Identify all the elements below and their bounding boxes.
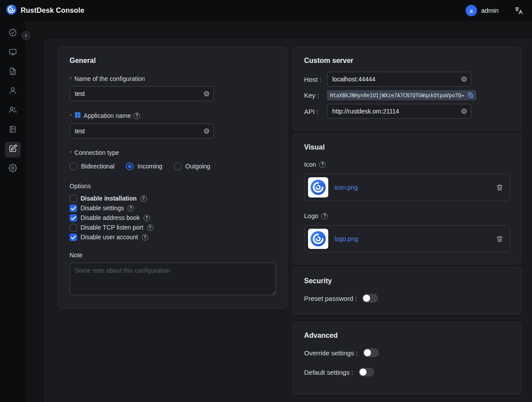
option-disable-tcp-listen-port[interactable]: Disable TCP listen port <box>70 224 276 231</box>
radio-bidirectional[interactable]: Bidirectional <box>70 162 114 170</box>
radio-button[interactable] <box>174 162 182 170</box>
checkbox[interactable] <box>70 195 77 202</box>
help-icon[interactable] <box>319 161 326 168</box>
radio-outgoing[interactable]: Outgoing <box>174 162 210 170</box>
host-field <box>327 72 471 87</box>
audit-log-icon <box>8 125 17 135</box>
advanced-card: Advanced Override settings : Default set… <box>293 322 521 395</box>
security-card-title: Security <box>304 277 510 285</box>
trash-icon[interactable] <box>496 184 503 191</box>
sidebar-item-users[interactable] <box>5 84 21 99</box>
app-title: RustDesk Console <box>21 7 84 15</box>
help-icon[interactable] <box>143 215 150 221</box>
api-label: API : <box>304 108 327 115</box>
option-label: Disable address book <box>81 214 140 222</box>
sidebar <box>0 21 26 402</box>
default-settings-toggle[interactable] <box>359 368 374 376</box>
circle-check-icon <box>8 28 17 39</box>
app-name-field <box>70 124 214 139</box>
config-name-field <box>70 86 214 101</box>
sidebar-item-custom-client[interactable] <box>5 142 21 157</box>
copy-icon[interactable] <box>467 91 474 99</box>
host-input[interactable] <box>327 72 471 87</box>
sidebar-item-audit-log[interactable] <box>5 122 21 138</box>
logo-thumbnail <box>308 229 328 249</box>
option-disable-user-account[interactable]: Disable user account <box>70 234 276 241</box>
clear-circle-icon[interactable] <box>203 91 210 97</box>
default-settings-label: Default settings : <box>304 369 353 376</box>
preset-password-toggle[interactable] <box>362 294 378 303</box>
windows-icon <box>74 112 81 120</box>
clear-circle-icon[interactable] <box>461 108 467 115</box>
general-card: General * Name of the configuration * <box>58 47 287 309</box>
option-disable-settings[interactable]: Disable settings <box>70 205 276 212</box>
translate-icon[interactable] <box>514 6 523 15</box>
required-asterisk: * <box>70 76 72 82</box>
settings-gear-icon <box>8 164 17 174</box>
option-disable-address-book[interactable]: Disable address book <box>70 214 276 222</box>
api-field <box>327 104 471 119</box>
advanced-card-title: Advanced <box>304 332 510 340</box>
logo-file-link[interactable]: logo.png <box>334 235 358 242</box>
clear-circle-icon[interactable] <box>461 76 467 83</box>
logo-group-label: Logo <box>304 212 510 219</box>
trash-icon[interactable] <box>496 235 503 243</box>
key-label: Key : <box>304 91 327 99</box>
connection-type-label: * Connection type <box>70 149 276 156</box>
default-settings-row: Default settings : <box>304 368 510 376</box>
option-label: Disable user account <box>81 234 138 241</box>
help-icon[interactable] <box>133 113 140 119</box>
radio-label: Bidirectional <box>81 163 114 170</box>
checkbox[interactable] <box>70 214 77 222</box>
radio-button[interactable] <box>70 162 77 170</box>
icon-file-link[interactable]: icon.png <box>334 184 358 191</box>
page-background: General * Name of the configuration * <box>26 21 532 402</box>
visual-card: Visual Icon icon.png <box>293 133 521 264</box>
content-area: General * Name of the configuration * <box>44 39 532 402</box>
app-name-input[interactable] <box>70 124 214 139</box>
note-label: Note <box>70 252 276 259</box>
host-row: Host : <box>304 72 510 87</box>
required-asterisk: * <box>70 113 72 119</box>
edit-pencil-icon <box>8 144 17 155</box>
help-icon[interactable] <box>142 234 148 241</box>
radio-label: Incoming <box>137 163 162 170</box>
general-card-title: General <box>70 57 276 65</box>
user-icon <box>8 86 17 97</box>
help-icon[interactable] <box>321 213 328 219</box>
sidebar-item-groups[interactable] <box>5 103 21 119</box>
override-settings-toggle[interactable] <box>363 348 379 357</box>
override-settings-label: Override settings : <box>304 349 358 357</box>
sidebar-item-documents[interactable] <box>5 64 21 80</box>
help-icon[interactable] <box>147 224 154 231</box>
sidebar-expand-button[interactable] <box>22 31 30 40</box>
radio-label: Outgoing <box>185 163 210 170</box>
checkbox[interactable] <box>70 205 77 212</box>
icon-thumbnail <box>308 177 328 197</box>
config-name-input[interactable] <box>70 86 214 101</box>
options-section-label: Options <box>70 183 276 190</box>
help-icon[interactable] <box>140 195 147 202</box>
help-icon[interactable] <box>128 205 134 212</box>
icon-group-label: Icon <box>304 161 510 168</box>
sidebar-item-status[interactable] <box>5 26 21 41</box>
monitor-icon <box>8 48 17 58</box>
users-group-icon <box>8 106 17 116</box>
name-field-label: * Name of the configuration <box>70 75 276 82</box>
options-list: Disable installation Disable settings Di… <box>70 195 276 241</box>
sidebar-item-settings[interactable] <box>5 161 21 177</box>
radio-button[interactable] <box>126 162 134 170</box>
document-icon <box>8 67 17 77</box>
note-textarea[interactable] <box>70 263 276 295</box>
checkbox[interactable] <box>70 224 77 231</box>
radio-incoming[interactable]: Incoming <box>126 162 162 170</box>
clear-circle-icon[interactable] <box>203 128 210 135</box>
checkbox[interactable] <box>70 234 77 241</box>
user-menu[interactable]: a admin <box>466 5 499 16</box>
option-disable-installation[interactable]: Disable installation <box>70 195 276 202</box>
security-card: Security Preset password : <box>293 267 521 314</box>
sidebar-item-devices[interactable] <box>5 45 21 61</box>
api-input[interactable] <box>327 104 471 119</box>
option-label: Disable installation <box>81 195 137 202</box>
server-key-chip: HtaXBkJNHyn0e1U1jWXze7A7CN7QTGWqxkOtpaVp… <box>327 90 476 100</box>
